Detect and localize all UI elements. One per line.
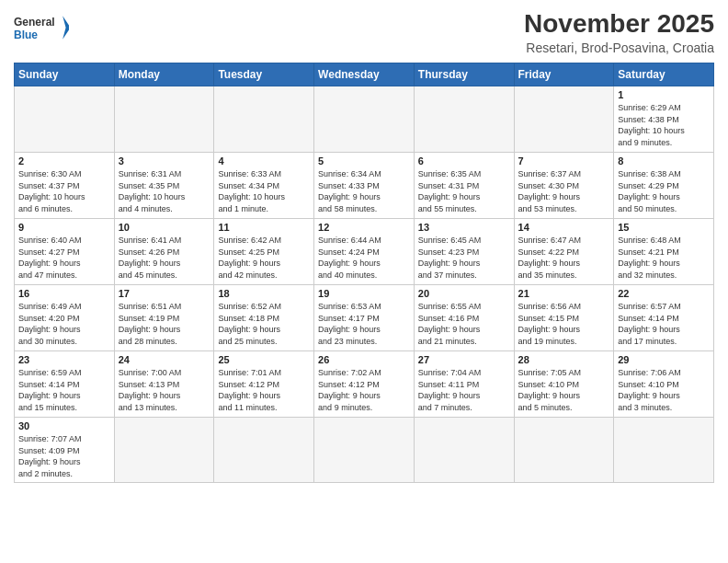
day-info: Sunrise: 6:45 AMSunset: 4:23 PMDaylight:… xyxy=(418,235,510,281)
day-info: Sunrise: 6:37 AMSunset: 4:30 PMDaylight:… xyxy=(518,168,610,214)
day-info: Sunrise: 7:01 AMSunset: 4:12 PMDaylight:… xyxy=(218,367,310,413)
day-info: Sunrise: 6:49 AMSunset: 4:20 PMDaylight:… xyxy=(18,301,110,347)
day-info: Sunrise: 7:00 AMSunset: 4:13 PMDaylight:… xyxy=(119,367,210,413)
day-info: Sunrise: 6:29 AMSunset: 4:38 PMDaylight:… xyxy=(618,102,710,148)
calendar-cell: 23Sunrise: 6:59 AMSunset: 4:14 PMDayligh… xyxy=(15,351,115,418)
day-number: 17 xyxy=(119,288,210,299)
day-info: Sunrise: 6:55 AMSunset: 4:16 PMDaylight:… xyxy=(418,301,510,347)
calendar-cell xyxy=(614,418,714,483)
day-info: Sunrise: 6:48 AMSunset: 4:21 PMDaylight:… xyxy=(618,235,710,281)
weekday-header: Friday xyxy=(514,63,614,86)
day-info: Sunrise: 7:04 AMSunset: 4:11 PMDaylight:… xyxy=(418,367,510,413)
day-number: 1 xyxy=(618,89,710,100)
calendar-cell: 18Sunrise: 6:52 AMSunset: 4:18 PMDayligh… xyxy=(214,285,314,351)
calendar-cell: 14Sunrise: 6:47 AMSunset: 4:22 PMDayligh… xyxy=(514,219,614,285)
day-number: 12 xyxy=(318,222,410,233)
day-number: 6 xyxy=(418,155,510,167)
calendar-cell: 24Sunrise: 7:00 AMSunset: 4:13 PMDayligh… xyxy=(114,351,214,418)
day-info: Sunrise: 6:57 AMSunset: 4:14 PMDaylight:… xyxy=(618,301,710,347)
day-number: 21 xyxy=(518,288,610,299)
calendar-cell: 26Sunrise: 7:02 AMSunset: 4:12 PMDayligh… xyxy=(314,351,415,418)
calendar-cell xyxy=(15,86,115,153)
calendar-cell: 3Sunrise: 6:31 AMSunset: 4:35 PMDaylight… xyxy=(114,153,214,219)
weekday-header: Monday xyxy=(114,63,214,86)
calendar-cell: 27Sunrise: 7:04 AMSunset: 4:11 PMDayligh… xyxy=(414,351,514,418)
calendar-cell xyxy=(214,418,314,483)
day-info: Sunrise: 6:52 AMSunset: 4:18 PMDaylight:… xyxy=(218,301,310,347)
calendar-cell: 15Sunrise: 6:48 AMSunset: 4:21 PMDayligh… xyxy=(614,219,714,285)
day-number: 3 xyxy=(119,155,210,167)
day-number: 26 xyxy=(318,354,410,365)
day-info: Sunrise: 6:31 AMSunset: 4:35 PMDaylight:… xyxy=(119,168,210,214)
calendar-cell: 1Sunrise: 6:29 AMSunset: 4:38 PMDaylight… xyxy=(614,86,714,153)
day-info: Sunrise: 6:34 AMSunset: 4:33 PMDaylight:… xyxy=(318,168,410,214)
day-number: 18 xyxy=(218,288,310,299)
day-number: 13 xyxy=(418,222,510,233)
calendar-cell xyxy=(114,86,214,153)
day-number: 28 xyxy=(518,354,610,365)
calendar-cell xyxy=(314,418,415,483)
calendar-cell xyxy=(414,418,514,483)
day-number: 20 xyxy=(418,288,510,299)
calendar-cell: 7Sunrise: 6:37 AMSunset: 4:30 PMDaylight… xyxy=(514,153,614,219)
day-info: Sunrise: 6:38 AMSunset: 4:29 PMDaylight:… xyxy=(618,168,710,214)
weekday-header: Saturday xyxy=(614,63,714,86)
day-info: Sunrise: 6:33 AMSunset: 4:34 PMDaylight:… xyxy=(218,168,310,214)
logo: General Blue xyxy=(14,9,69,46)
day-number: 19 xyxy=(318,288,410,299)
day-number: 27 xyxy=(418,354,510,365)
day-number: 4 xyxy=(218,155,310,167)
day-number: 29 xyxy=(618,354,710,365)
day-info: Sunrise: 7:05 AMSunset: 4:10 PMDaylight:… xyxy=(518,367,610,413)
day-info: Sunrise: 6:40 AMSunset: 4:27 PMDaylight:… xyxy=(18,235,110,281)
day-number: 25 xyxy=(218,354,310,365)
calendar-cell: 9Sunrise: 6:40 AMSunset: 4:27 PMDaylight… xyxy=(15,219,115,285)
day-info: Sunrise: 7:06 AMSunset: 4:10 PMDaylight:… xyxy=(618,367,710,413)
calendar-cell: 8Sunrise: 6:38 AMSunset: 4:29 PMDaylight… xyxy=(614,153,714,219)
weekday-header: Wednesday xyxy=(314,63,415,86)
calendar-cell xyxy=(514,418,614,483)
day-number: 15 xyxy=(618,222,710,233)
calendar-table: SundayMondayTuesdayWednesdayThursdayFrid… xyxy=(14,63,714,483)
svg-text:Blue: Blue xyxy=(14,29,38,41)
day-info: Sunrise: 6:53 AMSunset: 4:17 PMDaylight:… xyxy=(318,301,410,347)
calendar-cell: 28Sunrise: 7:05 AMSunset: 4:10 PMDayligh… xyxy=(514,351,614,418)
page-header: General Blue November 2025 Resetari, Bro… xyxy=(14,9,714,55)
calendar-cell: 30Sunrise: 7:07 AMSunset: 4:09 PMDayligh… xyxy=(15,418,115,483)
day-number: 7 xyxy=(518,155,610,167)
day-number: 11 xyxy=(218,222,310,233)
calendar-cell xyxy=(414,86,514,153)
day-number: 2 xyxy=(18,155,110,167)
calendar-cell: 6Sunrise: 6:35 AMSunset: 4:31 PMDaylight… xyxy=(414,153,514,219)
day-number: 16 xyxy=(18,288,110,299)
day-number: 14 xyxy=(518,222,610,233)
calendar-cell: 2Sunrise: 6:30 AMSunset: 4:37 PMDaylight… xyxy=(15,153,115,219)
day-info: Sunrise: 6:44 AMSunset: 4:24 PMDaylight:… xyxy=(318,235,410,281)
calendar-cell: 16Sunrise: 6:49 AMSunset: 4:20 PMDayligh… xyxy=(15,285,115,351)
day-info: Sunrise: 6:51 AMSunset: 4:19 PMDaylight:… xyxy=(119,301,210,347)
day-info: Sunrise: 7:07 AMSunset: 4:09 PMDaylight:… xyxy=(18,433,110,479)
day-number: 8 xyxy=(618,155,710,167)
calendar-cell: 25Sunrise: 7:01 AMSunset: 4:12 PMDayligh… xyxy=(214,351,314,418)
calendar-cell: 17Sunrise: 6:51 AMSunset: 4:19 PMDayligh… xyxy=(114,285,214,351)
calendar-cell: 13Sunrise: 6:45 AMSunset: 4:23 PMDayligh… xyxy=(414,219,514,285)
weekday-header: Tuesday xyxy=(214,63,314,86)
weekday-header: Thursday xyxy=(414,63,514,86)
day-number: 24 xyxy=(119,354,210,365)
day-number: 30 xyxy=(18,420,110,431)
calendar-cell: 22Sunrise: 6:57 AMSunset: 4:14 PMDayligh… xyxy=(614,285,714,351)
calendar-cell: 12Sunrise: 6:44 AMSunset: 4:24 PMDayligh… xyxy=(314,219,415,285)
day-info: Sunrise: 7:02 AMSunset: 4:12 PMDaylight:… xyxy=(318,367,410,413)
svg-text:General: General xyxy=(14,16,55,29)
calendar-cell xyxy=(114,418,214,483)
calendar-cell xyxy=(214,86,314,153)
calendar-cell: 19Sunrise: 6:53 AMSunset: 4:17 PMDayligh… xyxy=(314,285,415,351)
day-info: Sunrise: 6:47 AMSunset: 4:22 PMDaylight:… xyxy=(518,235,610,281)
day-number: 23 xyxy=(18,354,110,365)
location: Resetari, Brod-Posavina, Croatia xyxy=(524,40,714,55)
day-info: Sunrise: 6:41 AMSunset: 4:26 PMDaylight:… xyxy=(119,235,210,281)
calendar-cell xyxy=(514,86,614,153)
calendar-cell: 29Sunrise: 7:06 AMSunset: 4:10 PMDayligh… xyxy=(614,351,714,418)
calendar-cell: 10Sunrise: 6:41 AMSunset: 4:26 PMDayligh… xyxy=(114,219,214,285)
weekday-header: Sunday xyxy=(15,63,115,86)
